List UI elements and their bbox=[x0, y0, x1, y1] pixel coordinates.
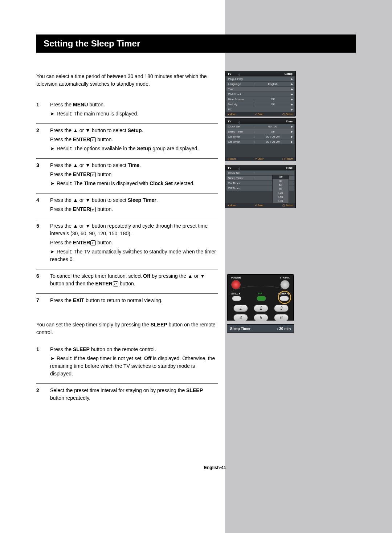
step-number: 7 bbox=[36, 297, 43, 306]
step: 4Press the ▲ or ▼ button to select Sleep… bbox=[36, 194, 218, 219]
page-footer: English-41 bbox=[204, 465, 226, 470]
osd-time: TV Time Clock Set:00 : 00▶Sleep Timer:Of… bbox=[225, 118, 296, 161]
step-number: 5 bbox=[36, 222, 43, 265]
step: 1Press the SLEEP button on the remote co… bbox=[36, 343, 218, 384]
osd-drop-option: 60 bbox=[273, 183, 289, 187]
osd-row: Off Timer:00 : 00 Off▶ bbox=[226, 139, 294, 144]
step-body: Press the SLEEP button on the remote con… bbox=[50, 346, 218, 379]
step-result: ➤ Result: If the sleep timer is not yet … bbox=[50, 355, 218, 378]
osd3-move: ♦ Move bbox=[228, 204, 236, 207]
step-number: 1 bbox=[36, 101, 43, 119]
remote-still-label: STILL ▾ bbox=[231, 292, 240, 295]
osd1-return: ▢ Return bbox=[282, 113, 293, 116]
step-line: Press the ▲ or ▼ button repeatedly and c… bbox=[50, 222, 218, 237]
step-number: 1 bbox=[36, 346, 43, 379]
page: Setting the Sleep Timer You can select a… bbox=[0, 0, 392, 533]
osd-drop-option: 180 bbox=[273, 199, 289, 203]
steps-main: 1Press the MENU button.➤ Result: The mai… bbox=[36, 98, 218, 310]
osd-row: On Timer:00 : 00 Off▶ bbox=[226, 134, 294, 139]
step-line: Press the ENTER↵ button bbox=[50, 171, 218, 178]
step-body: Select the preset time interval for stay… bbox=[50, 387, 218, 403]
osd3-enter: ↵ Enter bbox=[255, 204, 264, 207]
step-result: ➤ Result: The main menu is displayed. bbox=[50, 110, 218, 118]
osd-row: Melody:Off▶ bbox=[226, 102, 294, 107]
osd3-dropdown: Off306090120150180 bbox=[272, 175, 289, 203]
step-body: Press the ▲ or ▼ button to select Time.P… bbox=[50, 162, 218, 189]
remote-pip-button[interactable] bbox=[257, 296, 266, 301]
osd-setup: TV Setup Plug & Play▶Language:English▶Ti… bbox=[225, 71, 296, 116]
step: 6To cancel the sleep timer function, sel… bbox=[36, 269, 218, 294]
step-number: 2 bbox=[36, 387, 43, 403]
remote-pip-label: PIP bbox=[258, 292, 262, 295]
osd-row: PC▶ bbox=[226, 107, 294, 112]
step: 1Press the MENU button.➤ Result: The mai… bbox=[36, 98, 218, 124]
step-line: To cancel the sleep timer function, sele… bbox=[50, 272, 218, 288]
page-title: Setting the Sleep Timer bbox=[37, 35, 355, 52]
osd-row: Blue Screen:Off▶ bbox=[226, 97, 294, 102]
intro-text: You can select a time period of between … bbox=[36, 73, 218, 88]
osd2-enter: ↵ Enter bbox=[255, 158, 264, 160]
osd-drop-option: 30 bbox=[273, 179, 289, 183]
steps-simple: 1Press the SLEEP button on the remote co… bbox=[36, 343, 218, 408]
content-column: You can select a time period of between … bbox=[36, 73, 218, 408]
remote-still-button[interactable] bbox=[232, 296, 241, 301]
osd-row: Language:English▶ bbox=[226, 82, 294, 86]
step-line: Press the ENTER↵ button. bbox=[50, 239, 218, 247]
osd2-tv: TV bbox=[225, 120, 240, 123]
sleep-bar-label: Sleep Timer bbox=[230, 327, 277, 331]
step-body: To cancel the sleep timer function, sele… bbox=[50, 272, 218, 289]
step-line: Press the ▲ or ▼ button to select Setup. bbox=[50, 127, 218, 134]
step-number: 6 bbox=[36, 272, 43, 289]
step-line: Press the ENTER↵ button. bbox=[50, 136, 218, 143]
step-body: Press the ▲ or ▼ button to select Sleep … bbox=[50, 196, 218, 215]
remote-num-5[interactable]: 5 bbox=[254, 314, 268, 321]
osd-drop-option: 120 bbox=[273, 191, 289, 195]
osd3-tv: TV bbox=[225, 166, 240, 170]
step: 2Press the ▲ or ▼ button to select Setup… bbox=[36, 124, 218, 159]
step-result: ➤ Result: The Time menu is displayed wit… bbox=[50, 180, 218, 187]
sleep-timer-bar: Sleep Timer : 30 min bbox=[227, 324, 294, 333]
remote-power-label: POWER bbox=[231, 276, 241, 279]
sleep-highlight-circle bbox=[278, 291, 291, 304]
step-line: Select the preset time interval for stay… bbox=[50, 387, 218, 402]
step-number: 3 bbox=[36, 162, 43, 189]
osd2-move: ♦ Move bbox=[228, 158, 236, 160]
step-line: Press the MENU button. bbox=[50, 101, 218, 109]
title-bar: Setting the Sleep Timer bbox=[36, 34, 356, 53]
osd1-tv: TV bbox=[225, 72, 240, 76]
osd-row: Child Lock▶ bbox=[226, 92, 294, 97]
osd2-title: Time bbox=[240, 120, 295, 123]
osd2-return: ▢ Return bbox=[282, 158, 293, 160]
step-line: Press the ENTER↵ button. bbox=[50, 206, 218, 213]
osd1-title: Setup bbox=[240, 72, 295, 76]
osd3-title: Time bbox=[240, 166, 295, 170]
remote-image: POWER TTX/MIX STILL ▾ PIP SLEEP ⏲ 1 2 3 … bbox=[227, 274, 294, 321]
osd1-move: ♦ Move bbox=[228, 113, 236, 116]
osd-drop-option: 150 bbox=[273, 195, 289, 199]
osd1-enter: ↵ Enter bbox=[255, 113, 264, 116]
sleep-bar-value: : 30 min bbox=[277, 327, 291, 331]
step-body: Press the ▲ or ▼ button to select Setup.… bbox=[50, 127, 218, 154]
step-number: 4 bbox=[36, 196, 43, 215]
osd-row: Clock Set:00 : 00▶ bbox=[226, 124, 294, 129]
osd3-return: ▢ Return bbox=[282, 204, 293, 207]
osd-row: Sleep Timer:Off▶ bbox=[226, 129, 294, 134]
step: 5Press the ▲ or ▼ button repeatedly and … bbox=[36, 219, 218, 269]
remote-num-4[interactable]: 4 bbox=[233, 314, 248, 321]
remote-num-6[interactable]: 6 bbox=[274, 314, 289, 321]
step-number: 2 bbox=[36, 127, 43, 154]
step-line: Press the ▲ or ▼ button to select Time. bbox=[50, 162, 218, 169]
osd-row: Time▶ bbox=[226, 87, 294, 91]
osd-drop-option: Off bbox=[273, 175, 289, 179]
step-line: Press the SLEEP button on the remote con… bbox=[50, 346, 218, 353]
step-body: Press the ▲ or ▼ button repeatedly and c… bbox=[50, 222, 218, 265]
remote-num-1[interactable]: 1 bbox=[233, 305, 248, 312]
remote-num-3[interactable]: 3 bbox=[274, 305, 289, 312]
step: 7Press the EXIT button to return to norm… bbox=[36, 294, 218, 310]
step-result: ➤ Result: The options available in the S… bbox=[50, 145, 218, 152]
osd-drop-option: 90 bbox=[273, 187, 289, 191]
step-body: Press the EXIT button to return to norma… bbox=[50, 297, 218, 306]
osd-row: Plug & Play▶ bbox=[226, 77, 294, 81]
osd-time-drop: TV Time Clock Set:Sleep Timer:On TimerOf… bbox=[225, 165, 296, 208]
remote-num-2[interactable]: 2 bbox=[254, 305, 268, 312]
